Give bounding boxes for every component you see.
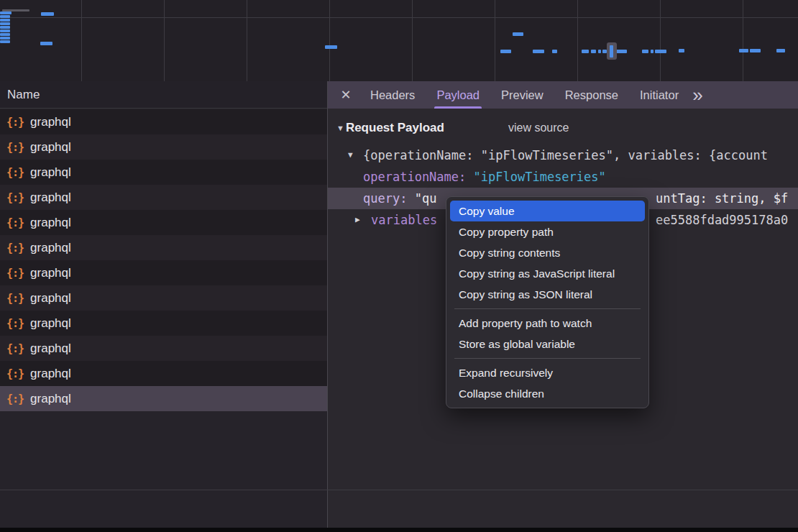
waterfall-request-bar — [642, 50, 648, 53]
waterfall-request-bar — [655, 50, 666, 53]
devtools-network-panel: Name {:}graphql{:}graphql{:}graphql{:}gr… — [0, 0, 798, 532]
json-braces-icon: {:} — [6, 317, 24, 330]
json-braces-icon: {:} — [6, 393, 24, 405]
summary-bar-divider — [0, 490, 798, 490]
waterfall-gridline — [577, 0, 578, 81]
request-name-label: graphql — [30, 266, 71, 280]
waterfall-request-bar — [651, 50, 653, 53]
menu-item-copy-string-as-json-literal[interactable]: Copy string as JSON literal — [450, 284, 645, 305]
property-value-continued: untTag: string, $f — [656, 188, 788, 209]
waterfall-request-bar — [750, 49, 761, 52]
property-value-preview: ee5588fdad995178a0 — [656, 209, 788, 231]
waterfall-request-bar — [739, 49, 748, 52]
request-row[interactable]: {:}graphql — [0, 109, 327, 134]
request-row[interactable]: {:}graphql — [0, 386, 327, 411]
waterfall-gridline — [81, 0, 82, 81]
waterfall-gridline — [660, 0, 661, 81]
menu-item-add-property-path-to-watch[interactable]: Add property path to watch — [450, 313, 645, 334]
menu-item-copy-string-contents[interactable]: Copy string contents — [450, 242, 645, 263]
request-row[interactable]: {:}graphql — [0, 235, 327, 260]
menu-separator — [454, 308, 641, 309]
request-row[interactable]: {:}graphql — [0, 311, 327, 336]
request-row[interactable]: {:}graphql — [0, 160, 327, 185]
waterfall-request-bar — [679, 49, 684, 52]
waterfall-request-bar — [0, 33, 10, 36]
view-source-link[interactable]: view source — [508, 117, 569, 139]
menu-item-store-as-global-variable[interactable]: Store as global variable — [450, 334, 645, 354]
request-row[interactable]: {:}graphql — [0, 134, 327, 160]
waterfall-request-bar — [552, 50, 557, 53]
waterfall-gridline — [247, 0, 247, 81]
tab-headers[interactable]: Headers — [361, 81, 424, 109]
json-braces-icon: {:} — [6, 116, 24, 129]
menu-item-copy-value[interactable]: Copy value — [450, 201, 645, 221]
request-row[interactable]: {:}graphql — [0, 260, 327, 285]
waterfall-selected-marker-bar — [610, 45, 613, 58]
tab-initiator[interactable]: Initiator — [630, 81, 688, 109]
request-row[interactable]: {:}graphql — [0, 285, 327, 311]
more-tabs-icon[interactable]: » — [692, 81, 701, 109]
request-name-label: graphql — [30, 341, 71, 356]
json-braces-icon: {:} — [6, 367, 24, 380]
waterfall-request-bar — [0, 19, 10, 22]
tab-preview[interactable]: Preview — [492, 81, 553, 109]
request-name-label: graphql — [30, 392, 71, 406]
json-braces-icon: {:} — [6, 242, 24, 254]
json-braces-icon: {:} — [6, 166, 24, 179]
json-braces-icon: {:} — [6, 141, 24, 154]
request-payload-section-header[interactable]: ▼ Request Payload — [328, 117, 444, 139]
menu-item-collapse-children[interactable]: Collapse children — [450, 383, 645, 404]
json-braces-icon: {:} — [6, 191, 24, 204]
request-row[interactable]: {:}graphql — [0, 336, 327, 361]
waterfall-request-bar — [598, 50, 601, 53]
waterfall-request-bar — [0, 40, 10, 43]
variables-collapse-icon[interactable]: ▶ — [355, 209, 360, 231]
request-name-label: graphql — [30, 115, 71, 129]
name-column-header[interactable]: Name — [0, 81, 327, 109]
request-name-label: graphql — [30, 140, 71, 155]
request-name-label: graphql — [30, 165, 71, 180]
waterfall-gridline — [743, 0, 743, 81]
json-braces-icon: {:} — [6, 216, 24, 229]
request-row[interactable]: {:}graphql — [0, 185, 327, 210]
payload-object-preview: {operationName: "ipFlowTimeseries", vari… — [363, 145, 768, 166]
request-row[interactable]: {:}graphql — [0, 210, 327, 235]
waterfall-request-bar — [0, 12, 12, 14]
waterfall-gridline — [164, 0, 165, 81]
waterfall-request-bar — [513, 32, 523, 36]
json-braces-icon: {:} — [6, 342, 24, 355]
request-row[interactable]: {:}graphql — [0, 361, 327, 386]
waterfall-request-bar — [0, 37, 10, 40]
waterfall-gridline — [412, 0, 413, 81]
tab-payload[interactable]: Payload — [427, 81, 489, 109]
json-braces-icon: {:} — [6, 292, 24, 305]
request-list: {:}graphql{:}graphql{:}graphql{:}graphql… — [0, 109, 327, 411]
details-tabbar: ✕ HeadersPayloadPreviewResponseInitiator… — [328, 81, 798, 109]
request-name-label: graphql — [30, 367, 71, 381]
section-expand-icon[interactable]: ▼ — [336, 124, 344, 132]
network-overview-waterfall[interactable] — [0, 0, 798, 81]
menu-item-copy-string-as-javascript-literal[interactable]: Copy string as JavaScript literal — [450, 263, 645, 284]
menu-separator — [454, 358, 641, 359]
name-column-label: Name — [7, 88, 40, 102]
menu-item-copy-property-path[interactable]: Copy property path — [450, 221, 645, 242]
waterfall-request-bar — [776, 49, 785, 52]
waterfall-request-bar — [41, 12, 54, 16]
waterfall-request-bar — [40, 42, 52, 45]
tab-response[interactable]: Response — [556, 81, 628, 109]
menu-item-expand-recursively[interactable]: Expand recursively — [450, 362, 645, 383]
panel-divider[interactable] — [327, 81, 328, 528]
section-title: Request Payload — [346, 121, 444, 135]
waterfall-gridline — [329, 0, 330, 81]
payload-root-row[interactable]: ▼ {operationName: "ipFlowTimeseries", va… — [328, 145, 798, 166]
root-expand-icon[interactable]: ▼ — [348, 145, 353, 166]
property-value-start: "qu — [415, 191, 437, 206]
request-name-label: graphql — [30, 216, 71, 230]
property-value: "ipFlowTimeseries" — [474, 170, 606, 184]
overview-divider-line — [0, 17, 798, 18]
waterfall-request-bar — [0, 15, 10, 18]
waterfall-request-bar — [616, 50, 627, 53]
request-name-label: graphql — [30, 191, 71, 205]
operation-name-row[interactable]: operationName: "ipFlowTimeseries" — [328, 166, 798, 188]
close-details-button[interactable]: ✕ — [334, 87, 358, 103]
